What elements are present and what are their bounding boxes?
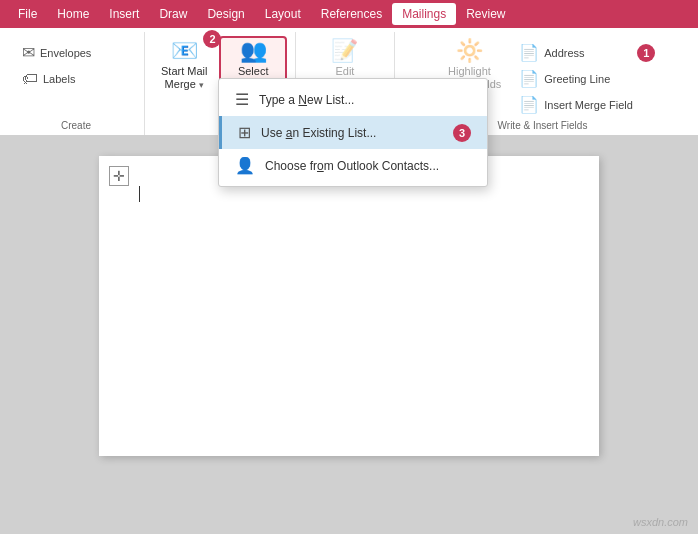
use-existing-list-label: Use an Existing List...: [261, 126, 376, 140]
text-cursor: [139, 186, 140, 202]
existing-list-icon: ⊞: [238, 123, 251, 142]
step3-badge: 3: [453, 124, 471, 142]
move-handle[interactable]: ✛: [109, 166, 129, 186]
document-area: ✛: [0, 136, 698, 534]
choose-from-outlook-label: Choose from Outlook Contacts...: [265, 159, 439, 173]
envelope-icon: ✉: [22, 43, 35, 62]
mail-merge-icon: 📧: [171, 40, 198, 62]
address-icon: 📄: [519, 43, 539, 62]
edit-list-icon: 📝: [331, 40, 358, 62]
select-recipients-dropdown: ☰ Type a New List... ⊞ Use an Existing L…: [218, 78, 488, 187]
menu-design[interactable]: Design: [197, 3, 254, 25]
insert-merge-field-button[interactable]: 📄 Insert Merge Field: [513, 92, 655, 117]
type-new-list-label: Type a New List...: [259, 93, 354, 107]
type-new-list-item[interactable]: ☰ Type a New List...: [219, 83, 487, 116]
menu-bar: File Home Insert Draw Design Layout Refe…: [0, 0, 698, 28]
new-list-icon: ☰: [235, 90, 249, 109]
document-page: ✛: [99, 156, 599, 456]
insert-field-icon: 📄: [519, 95, 539, 114]
create-group-label: Create: [16, 117, 136, 135]
choose-from-outlook-item[interactable]: 👤 Choose from Outlook Contacts...: [219, 149, 487, 182]
menu-draw[interactable]: Draw: [149, 3, 197, 25]
menu-review[interactable]: Review: [456, 3, 515, 25]
menu-insert[interactable]: Insert: [99, 3, 149, 25]
start-mail-merge-label: Start MailMerge ▾: [161, 65, 207, 91]
outlook-icon: 👤: [235, 156, 255, 175]
greeting-icon: 📄: [519, 69, 539, 88]
labels-button[interactable]: 🏷 Labels: [16, 67, 136, 91]
envelopes-button[interactable]: ✉ Envelopes: [16, 40, 136, 65]
menu-file[interactable]: File: [8, 3, 47, 25]
menu-home[interactable]: Home: [47, 3, 99, 25]
labels-icon: 🏷: [22, 70, 38, 88]
menu-mailings[interactable]: Mailings: [392, 3, 456, 25]
address-label: Address: [544, 47, 584, 59]
greeting-label: Greeting Line: [544, 73, 610, 85]
ribbon-group-create: ✉ Envelopes 🏷 Labels Create: [8, 32, 145, 135]
watermark: wsxdn.com: [633, 516, 688, 528]
address-button[interactable]: 📄 Address: [513, 40, 633, 65]
menu-layout[interactable]: Layout: [255, 3, 311, 25]
envelopes-label: Envelopes: [40, 47, 91, 59]
labels-label: Labels: [43, 73, 75, 85]
highlight-icon: 🔆: [456, 40, 483, 62]
select-recipients-icon: 👥: [240, 40, 267, 62]
greeting-line-button[interactable]: 📄 Greeting Line: [513, 66, 655, 91]
use-existing-list-item[interactable]: ⊞ Use an Existing List... 3: [219, 116, 487, 149]
menu-references[interactable]: References: [311, 3, 392, 25]
insert-merge-field-label: Insert Merge Field: [544, 99, 633, 111]
step1-badge: 1: [637, 44, 655, 62]
